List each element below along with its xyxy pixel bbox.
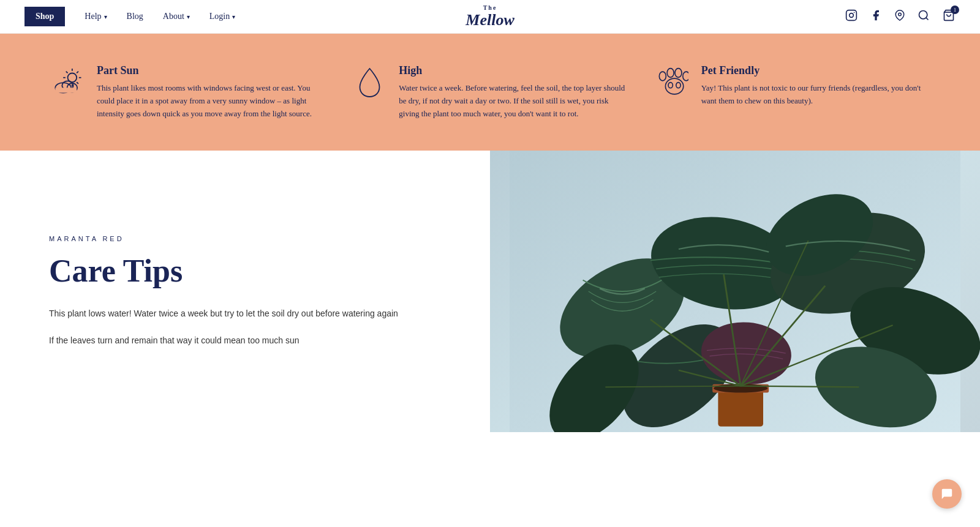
login-link[interactable]: Login ▾ (209, 12, 235, 21)
svg-point-21 (675, 68, 682, 77)
care-desc-2: If the leaves turn and remain that way i… (49, 334, 441, 348)
svg-point-1 (850, 13, 854, 17)
svg-point-4 (919, 10, 927, 18)
help-chevron-icon: ▾ (104, 13, 107, 20)
about-chevron-icon: ▾ (187, 13, 190, 20)
svg-point-19 (659, 72, 666, 81)
pet-friendly-text: Pet Friendly Yay! This plant is not toxi… (701, 64, 931, 108)
svg-line-13 (77, 82, 78, 84)
svg-point-25 (676, 82, 680, 88)
nav-left: Shop Help ▾ Blog About ▾ Login ▾ (24, 7, 235, 26)
svg-point-2 (854, 12, 855, 13)
svg-line-5 (926, 17, 929, 20)
svg-point-24 (668, 82, 673, 88)
part-sun-text: Part Sun This plant likes most rooms wit… (97, 64, 326, 120)
instagram-icon[interactable] (845, 9, 858, 24)
care-desc-1: This plant lows water! Water twice a wee… (49, 307, 441, 321)
sun-cloud-icon (49, 64, 86, 101)
facebook-icon[interactable] (870, 9, 882, 24)
main-content: MARANTA RED Care Tips This plant lows wa… (0, 151, 980, 432)
svg-point-3 (899, 13, 902, 16)
login-chevron-icon: ▾ (232, 13, 235, 20)
care-tips-section: MARANTA RED Care Tips This plant lows wa… (0, 151, 490, 432)
part-sun-card: Part Sun This plant likes most rooms wit… (49, 64, 326, 120)
blog-link[interactable]: Blog (127, 12, 143, 21)
svg-line-12 (66, 71, 67, 73)
navbar: Shop Help ▾ Blog About ▾ Login ▾ The Mel… (0, 0, 980, 34)
shop-button[interactable]: Shop (24, 7, 65, 26)
svg-point-20 (667, 68, 674, 77)
high-water-text: High Water twice a week. Before watering… (399, 64, 628, 120)
cart-badge: 1 (951, 6, 959, 14)
location-icon[interactable] (894, 9, 905, 25)
care-title: Care Tips (49, 253, 441, 288)
high-water-card: High Water twice a week. Before watering… (351, 64, 628, 120)
pet-friendly-card: Pet Friendly Yay! This plant is not toxi… (654, 64, 931, 120)
info-banner: Part Sun This plant likes most rooms wit… (0, 34, 980, 151)
help-link[interactable]: Help ▾ (85, 12, 107, 21)
plant-image (490, 151, 980, 432)
nav-right: 1 (845, 9, 956, 25)
svg-point-22 (683, 72, 688, 81)
paw-icon (654, 64, 690, 101)
about-link[interactable]: About ▾ (163, 12, 190, 21)
plant-illustration (490, 151, 980, 432)
svg-line-14 (77, 71, 78, 73)
search-icon[interactable] (918, 9, 930, 24)
cart-icon[interactable]: 1 (942, 9, 956, 24)
water-drop-icon (351, 64, 388, 101)
logo[interactable]: The Mellow (466, 4, 514, 29)
svg-rect-18 (55, 88, 77, 92)
svg-rect-36 (718, 387, 763, 427)
plant-name: MARANTA RED (49, 235, 441, 242)
svg-rect-0 (846, 10, 857, 20)
